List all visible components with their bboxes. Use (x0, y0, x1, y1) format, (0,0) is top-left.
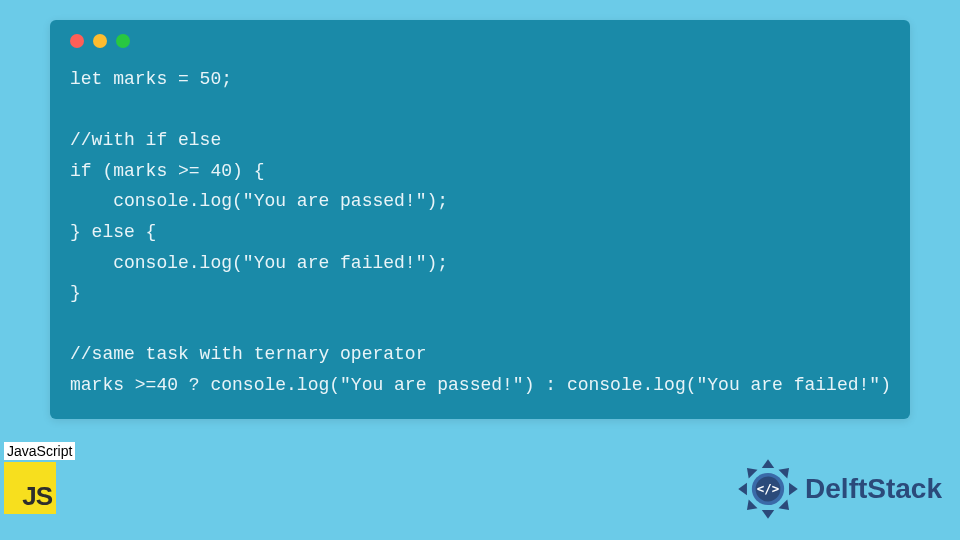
javascript-badge: JavaScript JS (4, 442, 75, 514)
svg-marker-0 (762, 459, 774, 468)
svg-marker-3 (779, 500, 794, 515)
delftstack-logo-icon: </> (737, 458, 799, 520)
svg-text:</>: </> (757, 481, 779, 496)
window-dot-red (70, 34, 84, 48)
delftstack-brand: </> DelftStack (737, 458, 942, 520)
window-dot-yellow (93, 34, 107, 48)
svg-marker-1 (779, 464, 794, 479)
svg-marker-5 (743, 500, 758, 515)
js-logo-text: JS (22, 481, 52, 512)
svg-marker-2 (789, 483, 798, 495)
traffic-lights (70, 34, 890, 48)
js-label: JavaScript (4, 442, 75, 460)
js-logo-icon: JS (4, 462, 56, 514)
svg-marker-6 (738, 483, 747, 495)
svg-marker-4 (762, 510, 774, 519)
code-window: let marks = 50; //with if else if (marks… (50, 20, 910, 419)
svg-marker-7 (743, 464, 758, 479)
window-dot-green (116, 34, 130, 48)
code-block: let marks = 50; //with if else if (marks… (70, 64, 890, 401)
delftstack-name: DelftStack (805, 473, 942, 505)
